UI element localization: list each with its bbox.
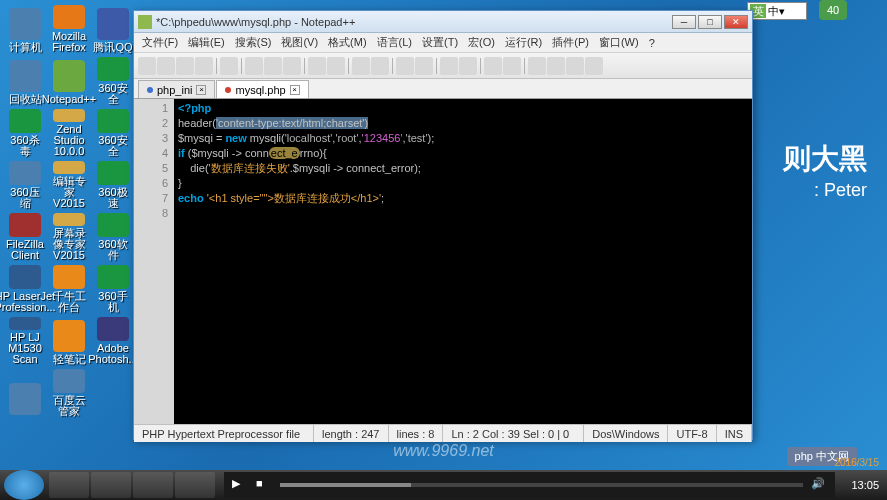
progress-bar[interactable]: [280, 483, 803, 487]
desktop-icon[interactable]: HP LJ M1530 Scan: [5, 317, 45, 365]
close-button[interactable]: ✕: [724, 15, 748, 29]
dirty-indicator-icon: [147, 87, 153, 93]
menu-item[interactable]: 插件(P): [548, 33, 593, 52]
status-lines: lines : 8: [389, 425, 444, 442]
menu-item[interactable]: 运行(R): [501, 33, 546, 52]
desktop-icon[interactable]: [5, 369, 45, 417]
macro-run-icon[interactable]: [585, 57, 603, 75]
desktop-icon[interactable]: 计算机: [5, 5, 45, 53]
desktop-icon[interactable]: Notepad++: [49, 57, 89, 105]
desktop-icon[interactable]: 百度云管家: [49, 369, 89, 417]
desktop-icon[interactable]: 360软件: [93, 213, 133, 261]
menu-item[interactable]: 语言(L): [373, 33, 416, 52]
taskbar: ▶ ■ 🔊 13:05: [0, 470, 887, 500]
desktop-icon[interactable]: 360安全: [93, 57, 133, 105]
desktop-icon[interactable]: 千牛工作台: [49, 265, 89, 313]
app-icon: [138, 15, 152, 29]
desktop-icon[interactable]: Zend Studio 10.0.0: [49, 109, 89, 157]
desktop-icon[interactable]: FileZilla Client: [5, 213, 45, 261]
status-eol: Dos\Windows: [584, 425, 668, 442]
desktop-icon[interactable]: 轻笔记: [49, 317, 89, 365]
menu-item[interactable]: 宏(O): [464, 33, 499, 52]
code-area[interactable]: <?php header('content-type:text/html;cha…: [174, 99, 752, 424]
menu-item[interactable]: 视图(V): [277, 33, 322, 52]
new-file-icon[interactable]: [138, 57, 156, 75]
tab-close-icon[interactable]: ×: [196, 85, 206, 95]
taskbar-item[interactable]: [91, 472, 131, 498]
desktop-icon[interactable]: 360杀毒: [5, 109, 45, 157]
menu-item[interactable]: 文件(F): [138, 33, 182, 52]
desktop-icon[interactable]: 360安全: [93, 109, 133, 157]
menu-item[interactable]: 搜索(S): [231, 33, 276, 52]
open-file-icon[interactable]: [157, 57, 175, 75]
menu-item[interactable]: ?: [645, 35, 659, 51]
status-encoding: UTF-8: [668, 425, 716, 442]
status-filetype: PHP Hypertext Preprocessor file: [134, 425, 314, 442]
show-chars-icon[interactable]: [459, 57, 477, 75]
tray-time: 13:05: [851, 479, 879, 491]
indent-icon[interactable]: [484, 57, 502, 75]
cut-icon[interactable]: [245, 57, 263, 75]
save-icon[interactable]: [176, 57, 194, 75]
replace-icon[interactable]: [371, 57, 389, 75]
print-icon[interactable]: [220, 57, 238, 75]
watermark: www.9969.net: [393, 442, 494, 460]
find-icon[interactable]: [352, 57, 370, 75]
window-title: *C:\phpedu\www\mysql.php - Notepad++: [156, 16, 672, 28]
wrap-icon[interactable]: [440, 57, 458, 75]
system-tray[interactable]: 13:05: [843, 479, 887, 491]
titlebar[interactable]: *C:\phpedu\www\mysql.php - Notepad++ ─ □…: [134, 11, 752, 33]
editor: 12345678 <?php header('content-type:text…: [134, 99, 752, 424]
status-length: length : 247: [314, 425, 389, 442]
menu-item[interactable]: 格式(M): [324, 33, 371, 52]
desktop-icon[interactable]: 腾讯QQ: [93, 5, 133, 53]
desktop-icon[interactable]: HP LaserJet Profession...: [5, 265, 45, 313]
macro-play-icon[interactable]: [547, 57, 565, 75]
desktop-icon[interactable]: 360手机: [93, 265, 133, 313]
toolbar: [134, 53, 752, 79]
redo-icon[interactable]: [327, 57, 345, 75]
menu-item[interactable]: 窗口(W): [595, 33, 643, 52]
tab-close-icon[interactable]: ×: [290, 85, 300, 95]
ime-toolbar[interactable]: 英 中 ▾: [747, 2, 807, 20]
macro-record-icon[interactable]: [528, 57, 546, 75]
desktop-icon[interactable]: Adobe Photosh...: [93, 317, 133, 365]
start-button[interactable]: [4, 470, 44, 500]
menu-item[interactable]: 编辑(E): [184, 33, 229, 52]
wallpaper-subtext: : Peter: [814, 180, 867, 201]
taskbar-item[interactable]: [49, 472, 89, 498]
notification-badge[interactable]: 40: [819, 0, 847, 20]
macro-stop-icon[interactable]: [566, 57, 584, 75]
undo-icon[interactable]: [308, 57, 326, 75]
menu-item[interactable]: 设置(T): [418, 33, 462, 52]
taskbar-item[interactable]: [175, 472, 215, 498]
status-position: Ln : 2 Col : 39 Sel : 0 | 0: [443, 425, 584, 442]
desktop-icon[interactable]: 编辑专家 V2015: [49, 161, 89, 209]
paste-icon[interactable]: [283, 57, 301, 75]
desktop-icon[interactable]: Mozilla Firefox: [49, 5, 89, 53]
zoom-out-icon[interactable]: [415, 57, 433, 75]
statusbar: PHP Hypertext Preprocessor file length :…: [134, 424, 752, 442]
tab-bar: php_ini×mysql.php×: [134, 79, 752, 99]
desktop-icon[interactable]: 屏幕录像专家 V2015: [49, 213, 89, 261]
ime-mode[interactable]: 中: [768, 4, 779, 19]
line-gutter: 12345678: [134, 99, 174, 424]
minimize-button[interactable]: ─: [672, 15, 696, 29]
stop-icon[interactable]: ■: [256, 477, 272, 493]
taskbar-item[interactable]: [133, 472, 173, 498]
copy-icon[interactable]: [264, 57, 282, 75]
desktop-icon[interactable]: 360压缩: [5, 161, 45, 209]
date-stamp: 2016/3/15: [835, 457, 880, 468]
desktop-icon[interactable]: 回收站: [5, 57, 45, 105]
desktop-icon[interactable]: 360极速: [93, 161, 133, 209]
outdent-icon[interactable]: [503, 57, 521, 75]
volume-icon[interactable]: 🔊: [811, 477, 827, 493]
zoom-in-icon[interactable]: [396, 57, 414, 75]
ime-dropdown-icon[interactable]: ▾: [779, 5, 785, 18]
maximize-button[interactable]: □: [698, 15, 722, 29]
editor-tab[interactable]: php_ini×: [138, 80, 215, 98]
dirty-indicator-icon: [225, 87, 231, 93]
play-icon[interactable]: ▶: [232, 477, 248, 493]
editor-tab[interactable]: mysql.php×: [216, 80, 308, 98]
save-all-icon[interactable]: [195, 57, 213, 75]
